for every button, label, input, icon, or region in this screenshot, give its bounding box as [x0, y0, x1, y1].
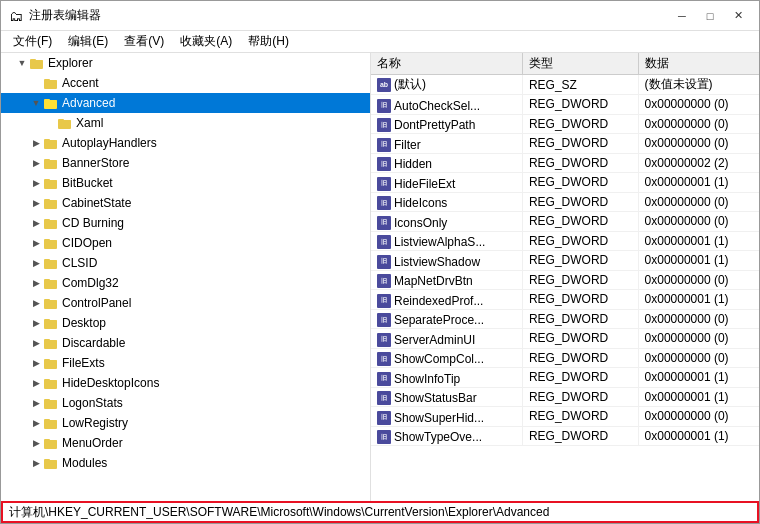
close-button[interactable]: ✕ [725, 5, 751, 27]
tree-label-explorer: Explorer [48, 56, 93, 70]
folder-icon-cidopen [43, 235, 59, 251]
expand-arrow-fileexts[interactable] [29, 356, 43, 370]
expand-arrow-modules[interactable] [29, 456, 43, 470]
expand-arrow-advanced[interactable] [29, 96, 43, 110]
table-row[interactable]: 旧ListviewAlphaS...REG_DWORD0x00000001 (1… [371, 231, 759, 251]
menu-item-h[interactable]: 帮助(H) [240, 31, 297, 52]
ab-icon: ab [377, 78, 391, 92]
table-row[interactable]: 旧MapNetDrvBtnREG_DWORD0x00000000 (0) [371, 270, 759, 290]
tree-item-logonstats[interactable]: LogonStats [1, 393, 370, 413]
expand-arrow-comdlg32[interactable] [29, 276, 43, 290]
tree-item-menuorder[interactable]: MenuOrder [1, 433, 370, 453]
tree-item-bitbucket[interactable]: BitBucket [1, 173, 370, 193]
tree-item-advanced[interactable]: Advanced [1, 93, 370, 113]
svg-rect-26 [44, 220, 57, 228]
svg-rect-5 [44, 80, 57, 88]
reg-name-wrapper: 旧ListviewAlphaS... [377, 235, 485, 249]
reg-dword-icon: 旧 [377, 391, 391, 405]
tree-label-lowregistry: LowRegistry [62, 416, 128, 430]
tree-item-accent[interactable]: Accent [1, 73, 370, 93]
expand-arrow-autoplayhandlers[interactable] [29, 136, 43, 150]
tree-label-modules: Modules [62, 456, 107, 470]
reg-type: REG_DWORD [522, 173, 638, 193]
table-row[interactable]: 旧ShowCompCol...REG_DWORD0x00000000 (0) [371, 348, 759, 368]
col-type[interactable]: 类型 [522, 53, 638, 75]
tree-item-controlpanel[interactable]: ControlPanel [1, 293, 370, 313]
reg-name-text: AutoCheckSel... [394, 99, 480, 113]
expand-arrow-hidedesktopicons[interactable] [29, 376, 43, 390]
expand-arrow-cd-burning[interactable] [29, 216, 43, 230]
table-row[interactable]: 旧ServerAdminUIREG_DWORD0x00000000 (0) [371, 329, 759, 349]
table-row[interactable]: 旧ShowSuperHid...REG_DWORD0x00000000 (0) [371, 407, 759, 427]
table-row[interactable]: 旧ShowInfoTipREG_DWORD0x00000001 (1) [371, 368, 759, 388]
svg-rect-17 [44, 160, 57, 168]
table-row[interactable]: 旧ShowTypeOve...REG_DWORD0x00000001 (1) [371, 426, 759, 446]
table-row[interactable]: 旧ShowStatusBarREG_DWORD0x00000001 (1) [371, 387, 759, 407]
minimize-button[interactable]: ─ [669, 5, 695, 27]
tree-item-modules[interactable]: Modules [1, 453, 370, 473]
table-row[interactable]: 旧HideFileExtREG_DWORD0x00000001 (1) [371, 173, 759, 193]
table-row[interactable]: 旧IconsOnlyREG_DWORD0x00000000 (0) [371, 212, 759, 232]
svg-rect-8 [44, 100, 57, 108]
expand-arrow-bannerstore[interactable] [29, 156, 43, 170]
tree-item-comdlg32[interactable]: ComDlg32 [1, 273, 370, 293]
tree-item-clsid[interactable]: CLSID [1, 253, 370, 273]
reg-name-wrapper: 旧DontPrettyPath [377, 118, 475, 132]
maximize-button[interactable]: □ [697, 5, 723, 27]
registry-tree[interactable]: Explorer Accent Advanced Xaml AutoplayHa… [1, 53, 371, 501]
tree-item-bannerstore[interactable]: BannerStore [1, 153, 370, 173]
table-row[interactable]: 旧FilterREG_DWORD0x00000000 (0) [371, 134, 759, 154]
expand-arrow-cidopen[interactable] [29, 236, 43, 250]
folder-icon-explorer [29, 55, 45, 71]
svg-rect-14 [44, 140, 57, 148]
tree-item-hidedesktopicons[interactable]: HideDesktopIcons [1, 373, 370, 393]
expand-arrow-controlpanel[interactable] [29, 296, 43, 310]
col-name[interactable]: 名称 [371, 53, 522, 75]
tree-item-fileexts[interactable]: FileExts [1, 353, 370, 373]
menu-item-f[interactable]: 文件(F) [5, 31, 60, 52]
svg-rect-50 [44, 380, 57, 388]
reg-data: 0x00000001 (1) [638, 251, 759, 271]
tree-item-autoplayhandlers[interactable]: AutoplayHandlers [1, 133, 370, 153]
expand-arrow-clsid[interactable] [29, 256, 43, 270]
table-row[interactable]: 旧ListviewShadowREG_DWORD0x00000001 (1) [371, 251, 759, 271]
expand-arrow-logonstats[interactable] [29, 396, 43, 410]
tree-item-desktop[interactable]: Desktop [1, 313, 370, 333]
expand-arrow-bitbucket[interactable] [29, 176, 43, 190]
table-row[interactable]: 旧AutoCheckSel...REG_DWORD0x00000000 (0) [371, 95, 759, 115]
menu-item-v[interactable]: 查看(V) [116, 31, 172, 52]
menu-item-a[interactable]: 收藏夹(A) [172, 31, 240, 52]
table-row[interactable]: ab(默认)REG_SZ(数值未设置) [371, 75, 759, 95]
tree-item-cabinetstate[interactable]: CabinetState [1, 193, 370, 213]
expand-arrow-desktop[interactable] [29, 316, 43, 330]
tree-item-discardable[interactable]: Discardable [1, 333, 370, 353]
reg-data: 0x00000001 (1) [638, 231, 759, 251]
tree-item-cidopen[interactable]: CIDOpen [1, 233, 370, 253]
reg-type: REG_DWORD [522, 251, 638, 271]
table-row[interactable]: 旧DontPrettyPathREG_DWORD0x00000000 (0) [371, 114, 759, 134]
expand-arrow-cabinetstate[interactable] [29, 196, 43, 210]
reg-type: REG_DWORD [522, 134, 638, 154]
tree-label-cabinetstate: CabinetState [62, 196, 131, 210]
expand-arrow-discardable[interactable] [29, 336, 43, 350]
reg-data: 0x00000001 (1) [638, 290, 759, 310]
reg-name-text: ListviewAlphaS... [394, 235, 485, 249]
svg-rect-38 [44, 300, 57, 308]
tree-item-cd-burning[interactable]: CD Burning [1, 213, 370, 233]
expand-arrow-menuorder[interactable] [29, 436, 43, 450]
tree-item-explorer[interactable]: Explorer [1, 53, 370, 73]
table-row[interactable]: 旧SeparateProce...REG_DWORD0x00000000 (0) [371, 309, 759, 329]
menu-item-e[interactable]: 编辑(E) [60, 31, 116, 52]
expand-arrow-explorer[interactable] [15, 56, 29, 70]
tree-item-xaml[interactable]: Xaml [1, 113, 370, 133]
svg-rect-2 [30, 60, 43, 68]
table-row[interactable]: 旧ReindexedProf...REG_DWORD0x00000001 (1) [371, 290, 759, 310]
table-row[interactable]: 旧HiddenREG_DWORD0x00000002 (2) [371, 153, 759, 173]
reg-dword-icon: 旧 [377, 352, 391, 366]
tree-label-menuorder: MenuOrder [62, 436, 123, 450]
registry-values[interactable]: 名称 类型 数据 ab(默认)REG_SZ(数值未设置)旧AutoCheckSe… [371, 53, 759, 501]
table-row[interactable]: 旧HideIconsREG_DWORD0x00000000 (0) [371, 192, 759, 212]
tree-item-lowregistry[interactable]: LowRegistry [1, 413, 370, 433]
expand-arrow-lowregistry[interactable] [29, 416, 43, 430]
col-data[interactable]: 数据 [638, 53, 759, 75]
